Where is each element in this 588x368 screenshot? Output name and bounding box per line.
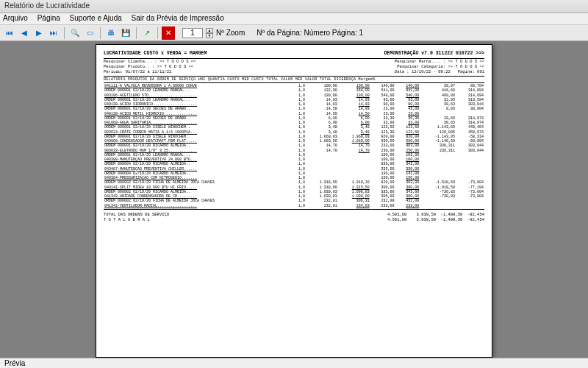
save-icon[interactable]: 💾 [119, 26, 132, 40]
zoom-input[interactable] [182, 28, 203, 38]
menu-arquivo[interactable]: Arquivo [3, 14, 28, 22]
report-period: Período: 01/07/22 à 11/11/22 [104, 70, 171, 75]
nav-first-icon[interactable]: ⏮ [3, 26, 16, 40]
report-page-num: Página: 001 [458, 69, 484, 74]
zoom-tool-icon[interactable]: 🔍 [68, 26, 82, 40]
total-row: T O T A L G E R A L4.501,60 3.039,50 -1.… [104, 218, 484, 223]
page-number-label: Nº da Página: Número Página: 1 [257, 29, 363, 37]
close-icon[interactable]: ✕ [162, 26, 175, 40]
zoom-label: Nº Zoom [216, 29, 245, 37]
menu-suporte[interactable]: Suporte e Ajuda [70, 14, 122, 22]
column-header: RELATÓRIO PRODUTOS DA ORDEM DE SERVIÇO U… [104, 77, 484, 82]
report-printed: Data : 12/10/22 - 09:22 [395, 69, 451, 74]
menu-sair[interactable]: Sair da Prévia de Impressão [132, 14, 224, 22]
nav-last-icon[interactable]: ⏭ [47, 26, 60, 40]
export-icon[interactable]: ↗ [140, 26, 154, 40]
status-bar: Prévia [0, 358, 588, 368]
print-icon[interactable]: 🖶 [104, 26, 118, 40]
item-row: 041342-VENTILADOR RADIAL................… [104, 204, 484, 208]
menu-pagina[interactable]: Página [37, 14, 60, 22]
preview-viewport[interactable]: LUCRATIVIDADE CUSTO x VENDA = MARGEM DEM… [0, 41, 588, 358]
zoom-spinner[interactable]: ▲▼ [206, 28, 213, 38]
page-setup-icon[interactable]: ▭ [83, 26, 96, 40]
menu-bar: Arquivo Página Suporte e Ajuda Sair da P… [0, 13, 588, 25]
title-bar: Relatório de Lucratividade [0, 0, 588, 13]
nav-next-icon[interactable]: ▶ [32, 26, 46, 40]
window-title: Relatório de Lucratividade [4, 1, 90, 10]
separator [157, 27, 158, 39]
report-totals: TOTAL DAS ORDENS DE SERVIÇO4.501,60 3.03… [104, 213, 484, 223]
toolbar: ⏮ ◀ ▶ ⏭ 🔍 ▭ 🖶 💾 ↗ ✕ ▲▼ Nº Zoom Nº da Pág… [0, 25, 588, 41]
separator [136, 27, 137, 39]
nav-prev-icon[interactable]: ◀ [18, 26, 31, 40]
report-version: DEMONSTRAÇÃO v7.0 311222 010722 >>> [384, 51, 484, 57]
separator [64, 27, 65, 39]
status-text: Prévia [4, 359, 25, 367]
report-table: 041111-A VALVULA REVERSORA 1 A.30000 CON… [104, 84, 484, 208]
report-title: LUCRATIVIDADE CUSTO x VENDA = MARGEM [104, 51, 207, 57]
report-page: LUCRATIVIDADE CUSTO x VENDA = MARGEM DEM… [96, 44, 492, 358]
separator [100, 27, 101, 39]
